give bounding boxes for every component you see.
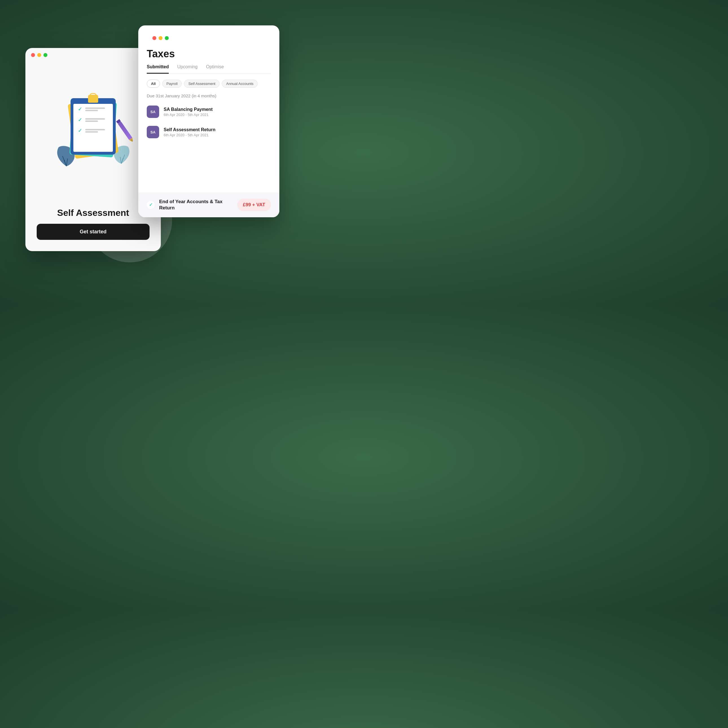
get-started-button[interactable]: Get started bbox=[37, 224, 150, 240]
taxes-header: Taxes Submitted Upcoming Optimise bbox=[138, 25, 279, 74]
check-line bbox=[85, 129, 105, 130]
minimize-button-dot[interactable] bbox=[37, 53, 41, 57]
minimize-dot-right[interactable] bbox=[159, 36, 162, 40]
clipboard-paper: ✓ ✓ bbox=[73, 104, 113, 152]
tax-item-info-1: SA Balancing Payment 6th Apr 2020 - 5th … bbox=[164, 107, 271, 117]
check-lines-2 bbox=[85, 118, 110, 122]
sa-badge-1: SA bbox=[147, 106, 159, 118]
promo-bar: ✓ End of Year Accounts & Tax Return £99 … bbox=[138, 193, 279, 217]
filter-pills: All Payroll Self Assessment Annual Accou… bbox=[138, 74, 279, 93]
clipboard-clip bbox=[88, 95, 98, 103]
check-line bbox=[85, 107, 105, 109]
tax-item-2: SA Self Assessment Return 6th Apr 2020 -… bbox=[138, 122, 279, 142]
tax-item-name-2: Self Assessment Return bbox=[164, 127, 271, 132]
check-item-1: ✓ bbox=[73, 104, 113, 115]
check-item-3: ✓ bbox=[73, 125, 113, 136]
illustration-area: ✓ ✓ bbox=[51, 62, 135, 208]
scene: ✓ ✓ bbox=[25, 25, 279, 279]
filter-annual-accounts[interactable]: Annual Accounts bbox=[222, 80, 258, 88]
sa-badge-text-2: SA bbox=[150, 130, 156, 134]
checkmark-3: ✓ bbox=[78, 127, 82, 134]
check-lines-3 bbox=[85, 129, 110, 133]
check-box-1: ✓ bbox=[77, 106, 83, 112]
close-button-dot[interactable] bbox=[31, 53, 35, 57]
check-line bbox=[85, 118, 105, 120]
check-box-3: ✓ bbox=[77, 127, 83, 134]
pen-icon bbox=[116, 119, 134, 142]
sa-badge-2: SA bbox=[147, 126, 159, 138]
check-item-2: ✓ bbox=[73, 115, 113, 125]
checkmark-2: ✓ bbox=[78, 117, 82, 123]
promo-checkmark-icon: ✓ bbox=[149, 202, 153, 207]
tab-upcoming[interactable]: Upcoming bbox=[177, 64, 197, 73]
tab-optimise[interactable]: Optimise bbox=[206, 64, 224, 73]
check-lines-1 bbox=[85, 107, 110, 111]
taxes-tabs: Submitted Upcoming Optimise bbox=[147, 64, 271, 74]
tax-item-1: SA SA Balancing Payment 6th Apr 2020 - 5… bbox=[138, 102, 279, 122]
filter-payroll[interactable]: Payroll bbox=[162, 80, 182, 88]
filter-self-assessment[interactable]: Self Assessment bbox=[184, 80, 220, 88]
promo-text: End of Year Accounts & Tax Return bbox=[159, 199, 233, 211]
tax-item-date-1: 6th Apr 2020 - 5th Apr 2021 bbox=[164, 113, 271, 117]
tab-submitted[interactable]: Submitted bbox=[147, 64, 169, 73]
check-line bbox=[85, 131, 98, 133]
self-assessment-title: Self Assessment bbox=[57, 208, 129, 218]
window-controls-right bbox=[147, 31, 271, 45]
maximize-button-dot[interactable] bbox=[43, 53, 47, 57]
maximize-dot-right[interactable] bbox=[165, 36, 169, 40]
clipboard-body: ✓ ✓ bbox=[70, 98, 116, 154]
close-dot-right[interactable] bbox=[152, 36, 156, 40]
check-line bbox=[85, 110, 98, 111]
tax-item-name-1: SA Balancing Payment bbox=[164, 107, 271, 112]
promo-check-circle: ✓ bbox=[147, 201, 154, 209]
clipboard-illustration: ✓ ✓ bbox=[57, 95, 130, 174]
filter-all[interactable]: All bbox=[147, 80, 160, 88]
check-line bbox=[85, 121, 98, 122]
price-badge: £99 + VAT bbox=[237, 199, 271, 211]
card-taxes: Taxes Submitted Upcoming Optimise All Pa… bbox=[138, 25, 279, 217]
tax-item-date-2: 6th Apr 2020 - 5th Apr 2021 bbox=[164, 133, 271, 137]
check-box-2: ✓ bbox=[77, 117, 83, 123]
due-date-header: Due 31st January 2022 (in 4 months) bbox=[138, 93, 279, 102]
sa-badge-text-1: SA bbox=[150, 110, 156, 114]
checkmark-1: ✓ bbox=[78, 106, 82, 112]
tax-item-info-2: Self Assessment Return 6th Apr 2020 - 5t… bbox=[164, 127, 271, 137]
taxes-title: Taxes bbox=[147, 48, 271, 60]
